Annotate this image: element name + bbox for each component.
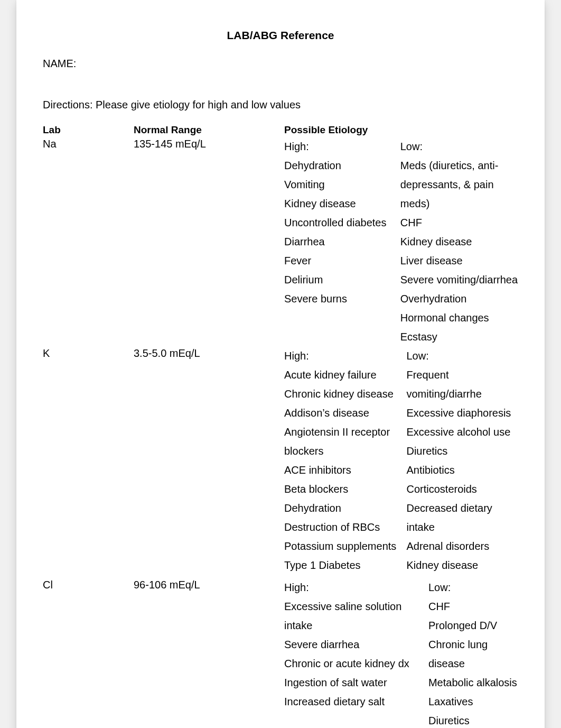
- etiology-item: Diuretics: [406, 441, 518, 460]
- etiology-item: Metabolic alkalosis: [428, 673, 518, 692]
- etiology-item: Excessive saline solution: [284, 597, 419, 616]
- etiology-item: Potassium supplements: [284, 537, 397, 556]
- etiology-item: Vomiting: [284, 175, 391, 194]
- col-header-lab: Lab: [43, 124, 134, 137]
- high-column: High: Excessive saline solution intake S…: [284, 578, 419, 728]
- etiology-item: ACE inhibitors: [284, 460, 397, 480]
- low-label: Low:: [400, 137, 518, 156]
- name-label: NAME:: [43, 58, 518, 70]
- etiology-item: Frequent vomiting/diarrhe: [406, 365, 518, 403]
- etiology-item: Fever: [284, 251, 391, 270]
- etiology-item: Adrenal disorders: [406, 537, 518, 556]
- etiology-item: Angiotensin II receptor: [284, 422, 397, 441]
- low-column: Low: CHF Prolonged D/V Chronic lung dise…: [428, 578, 518, 728]
- etiology-cell: High: Excessive saline solution intake S…: [284, 578, 518, 728]
- etiology-item: Chronic kidney disease: [284, 384, 397, 403]
- lab-name: K: [43, 346, 134, 575]
- etiology-item: Meds (diuretics, anti-: [400, 156, 518, 175]
- etiology-item: Overhydration: [400, 289, 518, 308]
- etiology-item: Prolonged D/V: [428, 616, 518, 635]
- etiology-item: Excessive diaphoresis: [406, 403, 518, 422]
- etiology-item: Dehydration: [284, 156, 391, 175]
- etiology-item: Ingestion of salt water: [284, 673, 419, 692]
- document-page: LAB/ABG Reference NAME: Directions: Plea…: [16, 0, 545, 728]
- etiology-item: depressants, & pain meds): [400, 175, 518, 213]
- normal-range: 3.5-5.0 mEq/L: [134, 346, 284, 575]
- etiology-item: Dehydration: [284, 499, 397, 518]
- etiology-item: Severe diarrhea: [284, 635, 419, 654]
- etiology-item: blockers: [284, 441, 397, 460]
- lab-name: Na: [43, 137, 134, 346]
- etiology-item: Destruction of RBCs: [284, 518, 397, 537]
- etiology-item: Acute kidney failure: [284, 365, 397, 384]
- etiology-item: Excessive alcohol use: [406, 422, 518, 441]
- etiology-item: Kidney disease: [284, 194, 391, 213]
- directions-text: Directions: Please give etiology for hig…: [43, 99, 518, 111]
- etiology-item: Diuretics: [428, 711, 518, 728]
- etiology-item: Antibiotics: [406, 460, 518, 480]
- etiology-item: Chronic or acute kidney dx: [284, 654, 419, 673]
- etiology-item: Increased dietary salt: [284, 692, 419, 711]
- high-label: High:: [284, 578, 419, 597]
- etiology-item: Uncontrolled diabetes: [284, 213, 391, 232]
- high-label: High:: [284, 137, 391, 156]
- etiology-item: Delirium: [284, 270, 391, 289]
- col-header-range: Normal Range: [134, 124, 284, 137]
- etiology-item: intake: [284, 616, 419, 635]
- etiology-item: Liver disease: [400, 251, 518, 270]
- etiology-item: Kidney disease: [406, 556, 518, 575]
- etiology-item: Kidney disease: [400, 232, 518, 251]
- etiology-item: Decreased dietary intake: [406, 499, 518, 537]
- lab-name: Cl: [43, 578, 134, 728]
- col-header-etiology: Possible Etiology: [284, 124, 518, 137]
- etiology-item: Laxatives: [428, 692, 518, 711]
- high-column: High: Acute kidney failure Chronic kidne…: [284, 346, 397, 575]
- high-label: High:: [284, 346, 397, 365]
- etiology-item: Corticosteroids: [406, 480, 518, 499]
- high-column: High: Dehydration Vomiting Kidney diseas…: [284, 137, 391, 346]
- etiology-item: Severe burns: [284, 289, 391, 308]
- etiology-item: Ecstasy: [400, 327, 518, 346]
- low-column: Low: Frequent vomiting/diarrhe Excessive…: [406, 346, 518, 575]
- etiology-item: Addison’s disease: [284, 403, 397, 422]
- etiology-item: CHF: [428, 597, 518, 616]
- etiology-item: CHF: [400, 213, 518, 232]
- normal-range: 96-106 mEq/L: [134, 578, 284, 728]
- etiology-item: Severe vomiting/diarrhea: [400, 270, 518, 289]
- lab-table: Lab Normal Range Possible Etiology Na 13…: [43, 124, 518, 728]
- etiology-cell: High: Dehydration Vomiting Kidney diseas…: [284, 137, 518, 346]
- etiology-item: Type 1 Diabetes: [284, 556, 397, 575]
- etiology-cell: High: Acute kidney failure Chronic kidne…: [284, 346, 518, 575]
- etiology-item: Hormonal changes: [400, 308, 518, 327]
- normal-range: 135-145 mEq/L: [134, 137, 284, 346]
- etiology-item: Beta blockers: [284, 480, 397, 499]
- page-title: LAB/ABG Reference: [43, 29, 518, 42]
- low-label: Low:: [406, 346, 518, 365]
- etiology-item: Diarrhea: [284, 232, 391, 251]
- etiology-item: Chronic lung disease: [428, 635, 518, 673]
- low-column: Low: Meds (diuretics, anti- depressants,…: [400, 137, 518, 346]
- low-label: Low:: [428, 578, 518, 597]
